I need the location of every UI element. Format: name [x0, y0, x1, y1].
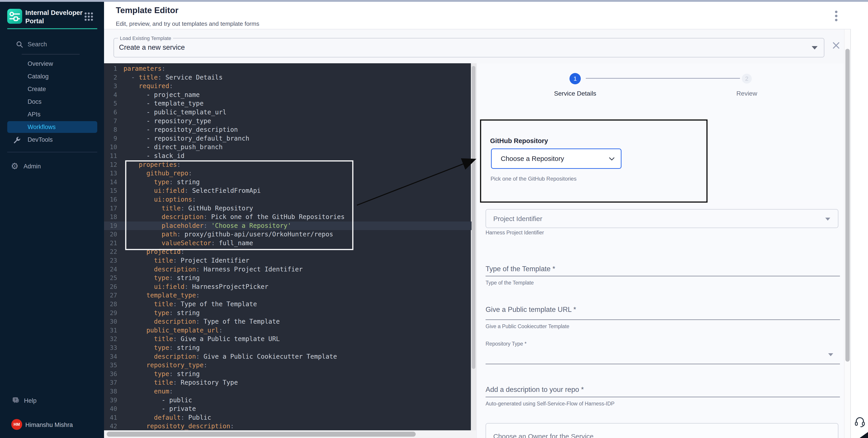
page-title: Template Editor — [116, 6, 179, 15]
code-line-36: type: string — [123, 370, 345, 378]
editor-horizontal-scrollbar[interactable] — [104, 430, 476, 438]
sidebar-item-label: Create — [28, 86, 46, 93]
owner-select[interactable]: Choose an Owner for the Service — [486, 423, 838, 438]
code-line-23: title: Project Identifier — [123, 256, 345, 265]
code-line-7: - repository_type — [123, 117, 345, 126]
page-vertical-scrollbar-thumb[interactable] — [845, 49, 850, 362]
brand-title: Internal Developer Portal — [25, 9, 84, 25]
code-line-10: - direct_push_branch — [123, 143, 345, 151]
harness-idp-logo-icon[interactable] — [7, 9, 22, 24]
public-url-underline — [486, 319, 840, 320]
dropdown-arrow-icon[interactable] — [828, 353, 833, 356]
public-url-field[interactable]: Give a Public template URL * — [486, 306, 576, 314]
code-line-22: projectId: — [123, 247, 345, 256]
admin-label: Admin — [24, 161, 41, 172]
code-line-3: required: — [123, 82, 345, 91]
stepper-connector — [586, 78, 740, 79]
stepper-step-2-label: Review — [724, 90, 769, 97]
stepper-step-1[interactable]: 1 — [569, 73, 581, 84]
github-repository-label: GitHub Repository — [490, 137, 548, 145]
code-line-16: ui:options: — [123, 195, 345, 204]
code-line-24: description: Harness Project Identifier — [123, 265, 345, 274]
code-line-25: type: string — [123, 274, 345, 282]
template-form-preview-panel: 1 2 Service Details Review GitHub Reposi… — [476, 63, 844, 438]
editor-vertical-scrollbar[interactable] — [471, 63, 476, 430]
github-repository-select[interactable]: Choose a Repository — [491, 148, 621, 169]
code-line-31: public_template_url: — [123, 326, 345, 335]
app-grid-icon[interactable] — [85, 12, 87, 14]
svg-text:?: ? — [14, 398, 16, 402]
sidebar-item-devtools[interactable]: DevTools — [7, 134, 97, 145]
stepper-step-1-label: Service Details — [547, 90, 603, 97]
user-menu[interactable]: HM Himanshu Mishra — [7, 419, 102, 432]
code-line-6: - public_template_url — [123, 108, 345, 117]
editor-vertical-scrollbar-thumb[interactable] — [472, 66, 475, 369]
yaml-code-editor[interactable]: 1234567891011121314151617181920212223242… — [104, 63, 476, 438]
code-line-15: ui:field: SelectFieldFromApi — [123, 187, 345, 195]
wrench-icon — [13, 136, 21, 144]
github-repository-value: Choose a Repository — [501, 155, 564, 163]
window-top-strip — [0, 0, 868, 2]
page-vertical-scrollbar[interactable] — [844, 29, 851, 438]
code-line-38: enum: — [123, 387, 345, 396]
corner-wedge — [859, 432, 868, 438]
stepper-step-2[interactable]: 2 — [742, 74, 752, 83]
code-line-30: description: Type of the Template — [123, 317, 345, 326]
sidebar-item-apis[interactable]: APIs — [7, 108, 97, 120]
avatar: HM — [11, 419, 22, 430]
clear-template-button[interactable] — [832, 42, 840, 49]
kebab-menu-icon[interactable] — [835, 11, 837, 13]
code-line-26: ui:field: HarnessProjectPicker — [123, 282, 345, 291]
dropdown-arrow-icon — [812, 46, 817, 49]
public-url-helper: Give a Public Cookiecutter Template — [486, 324, 569, 330]
code-line-29: type: string — [123, 309, 345, 317]
repo-description-field[interactable]: Add a description to your repo * — [486, 385, 584, 394]
sidebar-item-catalog[interactable]: Catalog — [7, 70, 97, 82]
code-line-32: title: Give a Public template URL — [123, 335, 345, 343]
template-editor-page: Internal Developer Portal Search Overvie… — [0, 0, 868, 438]
code-line-21: valueSelector: full_name — [123, 239, 345, 248]
sidebar-item-label: Workflows — [28, 124, 56, 130]
load-template-select[interactable]: Load Existing Template Create a new serv… — [114, 38, 824, 58]
code-line-1: parameters: — [123, 64, 345, 73]
code-line-8: - repositoty_description — [123, 126, 345, 134]
code-line-39: - public — [123, 396, 345, 405]
project-identifier-select[interactable]: Project Identifier — [486, 209, 838, 228]
line-numbers: 1234567891011121314151617181920212223242… — [104, 64, 117, 431]
user-name: Himanshu Mishra — [25, 422, 73, 429]
sidebar-item-workflows[interactable]: Workflows — [7, 121, 97, 133]
github-repository-helper: Pick one of the GitHub Repositories — [491, 176, 577, 182]
template-type-field[interactable]: Type of the Template * — [486, 265, 555, 273]
code-line-5: - template_type — [123, 99, 345, 108]
owner-placeholder: Choose an Owner for the Service — [493, 433, 594, 438]
template-type-underline — [486, 276, 840, 276]
sidebar-item-label: Overview — [28, 60, 53, 67]
repo-description-underline — [486, 397, 840, 397]
search-icon — [16, 41, 24, 48]
repo-description-helper: Auto-generated using Self-Service-Flow o… — [486, 401, 615, 407]
code-line-40: - private — [123, 405, 345, 413]
sidebar-item-admin[interactable]: ⚙ Admin — [7, 161, 97, 172]
editor-horizontal-scrollbar-thumb[interactable] — [107, 432, 416, 437]
search-divider — [22, 54, 80, 55]
code-line-2: - title: Service Details — [123, 73, 345, 82]
support-headset-icon[interactable] — [854, 416, 866, 428]
sidebar-item-label: Docs — [28, 98, 41, 105]
right-margin — [851, 2, 868, 438]
sidebar-item-overview[interactable]: Overview — [7, 58, 97, 70]
sidebar-item-create[interactable]: Create — [7, 83, 97, 95]
code-line-37: title: Repository Type — [123, 378, 345, 387]
sidebar-item-help[interactable]: ? Help — [7, 395, 97, 407]
code-line-4: - project_name — [123, 91, 345, 99]
sidebar-item-label: DevTools — [28, 136, 53, 143]
sidebar-item-search[interactable]: Search — [7, 38, 97, 51]
code-line-13: github_repo: — [123, 169, 345, 178]
load-template-label: Load Existing Template — [118, 35, 173, 41]
code-lines: parameters: - title: Service Details req… — [123, 64, 345, 431]
sidebar-item-docs[interactable]: Docs — [7, 96, 97, 108]
dropdown-arrow-icon — [825, 217, 830, 221]
repository-type-label: Repository Type * — [486, 341, 527, 347]
chevron-down-icon — [608, 156, 615, 162]
sidebar-item-label: Catalog — [28, 73, 49, 80]
code-line-33: type: string — [123, 343, 345, 352]
